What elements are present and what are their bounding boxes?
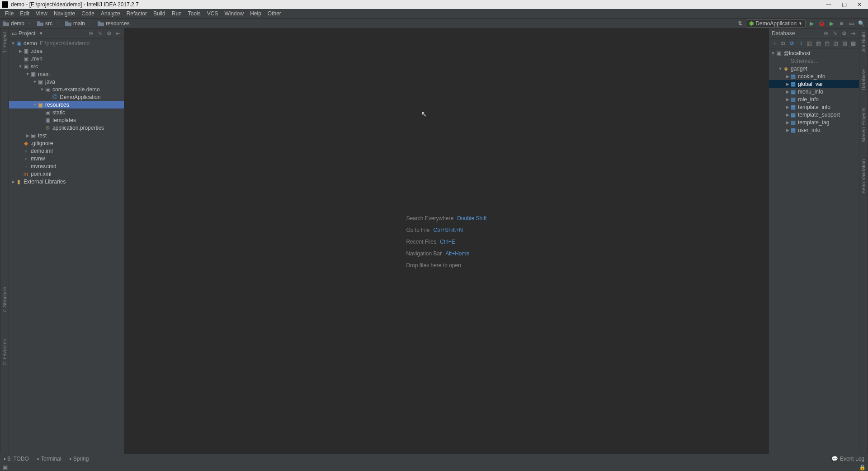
tree-row[interactable]: ▫mvnw.cmd — [9, 162, 124, 170]
settings-icon[interactable]: ▩ — [850, 40, 856, 47]
bottom-tab-todo[interactable]: ▪6: TODO — [4, 456, 29, 462]
search-icon[interactable]: 🔍 — [857, 19, 865, 28]
tree-row[interactable]: ▣test — [9, 132, 124, 139]
menu-edit[interactable]: Edit — [17, 10, 33, 17]
lock-icon[interactable]: 🔒 — [859, 464, 865, 471]
chevron-down-icon[interactable]: ▼ — [39, 31, 43, 36]
tree-row[interactable]: ▣.idea — [9, 47, 124, 55]
project-structure-icon[interactable]: ▭ — [847, 19, 855, 28]
ddl-icon[interactable]: ▧ — [833, 40, 839, 47]
gutter-tab[interactable]: Ant Build — [861, 30, 866, 54]
gear-icon[interactable]: ⚙ — [106, 30, 112, 37]
menu-file[interactable]: File — [2, 10, 17, 17]
db-tree-row[interactable]: ▦cookie_info — [769, 72, 859, 80]
stop-button[interactable]: ■ — [837, 19, 845, 28]
gutter-tab[interactable]: Bean Validation — [861, 157, 866, 195]
menu-refactor[interactable]: Refactor — [123, 10, 150, 17]
tree-arrow-icon[interactable] — [33, 103, 37, 107]
tree-arrow-icon[interactable] — [18, 49, 23, 53]
gear-icon[interactable]: ⚙ — [841, 30, 847, 37]
tree-row[interactable]: ⒸDemoApplication — [9, 93, 124, 101]
locate-icon[interactable]: ⊚ — [88, 30, 94, 37]
menu-window[interactable]: Window — [221, 10, 247, 17]
bottom-tab-terminal[interactable]: ▪Terminal — [37, 456, 61, 462]
db-tree-row[interactable]: ▦template_info — [769, 103, 859, 111]
db-tree-row[interactable]: ▦template_support — [769, 111, 859, 118]
db-tree-row[interactable]: ▦role_info — [769, 95, 859, 103]
gutter-tab[interactable]: 1: Project — [2, 30, 7, 55]
maximize-button[interactable]: ▢ — [841, 1, 847, 8]
db-tree-row[interactable]: ▦template_tag — [769, 118, 859, 126]
diagram-icon[interactable]: ▨ — [841, 40, 847, 47]
tree-arrow-icon[interactable] — [785, 89, 790, 94]
menu-build[interactable]: Build — [150, 10, 169, 17]
tree-row[interactable]: ▣templates — [9, 116, 124, 124]
breadcrumb-item[interactable]: resources — [98, 20, 130, 27]
tree-row[interactable]: ▣src — [9, 62, 124, 70]
run-coverage-button[interactable]: ▶ — [827, 19, 835, 28]
refresh-icon[interactable]: ⟳ — [789, 40, 795, 47]
menu-vcs[interactable]: VCS — [204, 10, 222, 17]
filter-icon[interactable]: ▥ — [807, 40, 812, 47]
tree-row[interactable]: ▣main — [9, 70, 124, 78]
menu-navigate[interactable]: Navigate — [51, 10, 78, 17]
console-icon[interactable]: ▤ — [824, 40, 830, 47]
tree-arrow-icon[interactable] — [785, 120, 790, 125]
tree-row[interactable]: ▣static — [9, 108, 124, 116]
db-tree-row[interactable]: ▦global_var — [769, 80, 859, 88]
add-icon[interactable]: ＋ — [772, 40, 778, 47]
tree-arrow-icon[interactable] — [25, 133, 30, 138]
database-tree[interactable]: ▣@localhostSchemas…◈gadget▦cookie_info▦g… — [769, 48, 859, 454]
tree-row[interactable]: ◆.gitignore — [9, 139, 124, 147]
menu-view[interactable]: View — [33, 10, 51, 17]
db-tree-row[interactable]: ▦menu_info — [769, 88, 859, 95]
tree-row[interactable]: ⚙application.properties — [9, 124, 124, 132]
tree-arrow-icon[interactable] — [785, 82, 790, 86]
tool-windows-icon[interactable]: ▣ — [3, 464, 9, 471]
tree-arrow-icon[interactable] — [785, 128, 790, 132]
tree-arrow-icon[interactable] — [18, 64, 23, 69]
project-tree[interactable]: ▣demoE:\project\idea\demo▣.idea▣.mvn▣src… — [9, 38, 124, 454]
table-icon[interactable]: ▦ — [815, 40, 821, 47]
tree-arrow-icon[interactable] — [785, 113, 790, 117]
hide-icon[interactable]: ⇥ — [850, 30, 856, 37]
gutter-tab[interactable]: Database — [861, 67, 866, 92]
tree-row[interactable]: ▣demoE:\project\idea\demo — [9, 39, 124, 47]
tree-arrow-icon[interactable] — [33, 80, 37, 84]
tree-arrow-icon[interactable] — [11, 179, 15, 184]
close-button[interactable]: ✕ — [856, 1, 863, 8]
tree-arrow-icon[interactable] — [785, 105, 790, 109]
tree-row[interactable]: ▫demo.iml — [9, 147, 124, 155]
bottom-tab-spring[interactable]: ▪Spring — [69, 456, 89, 462]
tree-arrow-icon[interactable] — [785, 97, 790, 102]
gutter-tab[interactable]: 2: Favorites — [2, 337, 7, 367]
gutter-tab[interactable]: 7: Structure — [2, 285, 7, 315]
locate-icon[interactable]: ⊚ — [823, 30, 829, 37]
run-button[interactable]: ▶ — [807, 19, 816, 28]
tree-row[interactable]: ▣.mvn — [9, 55, 124, 62]
tree-arrow-icon[interactable] — [40, 87, 44, 92]
db-tree-row[interactable]: Schemas… — [769, 57, 859, 65]
gutter-tab[interactable]: Maven Projects — [861, 106, 866, 144]
collapse-icon[interactable]: ⇲ — [832, 30, 838, 37]
tree-arrow-icon[interactable] — [778, 66, 783, 71]
minimize-button[interactable]: — — [826, 1, 832, 8]
collapse-icon[interactable]: ⇲ — [97, 30, 103, 37]
tree-row[interactable]: mpom.xml — [9, 170, 124, 178]
breadcrumb-item[interactable]: main — [65, 20, 85, 27]
debug-button[interactable]: 🐞 — [817, 19, 826, 28]
editor-area[interactable]: Search EverywhereDouble ShiftGo to FileC… — [124, 28, 769, 454]
menu-help[interactable]: Help — [247, 10, 264, 17]
update-project-icon[interactable]: ⇅ — [736, 19, 744, 28]
db-tree-row[interactable]: ▣@localhost — [769, 49, 859, 57]
menu-run[interactable]: Run — [169, 10, 185, 17]
tree-row[interactable]: ▮External Libraries — [9, 178, 124, 185]
tree-row[interactable]: ▣resources — [9, 101, 124, 108]
menu-analyze[interactable]: Analyze — [98, 10, 123, 17]
tree-row[interactable]: ▫mvnw — [9, 155, 124, 162]
bottom-tab-eventlog[interactable]: 💬Event Log — [831, 456, 864, 462]
menu-other[interactable]: Other — [264, 10, 284, 17]
tree-arrow-icon[interactable] — [11, 41, 15, 46]
menu-tools[interactable]: Tools — [185, 10, 204, 17]
tree-row[interactable]: ▣com.example.demo — [9, 85, 124, 93]
